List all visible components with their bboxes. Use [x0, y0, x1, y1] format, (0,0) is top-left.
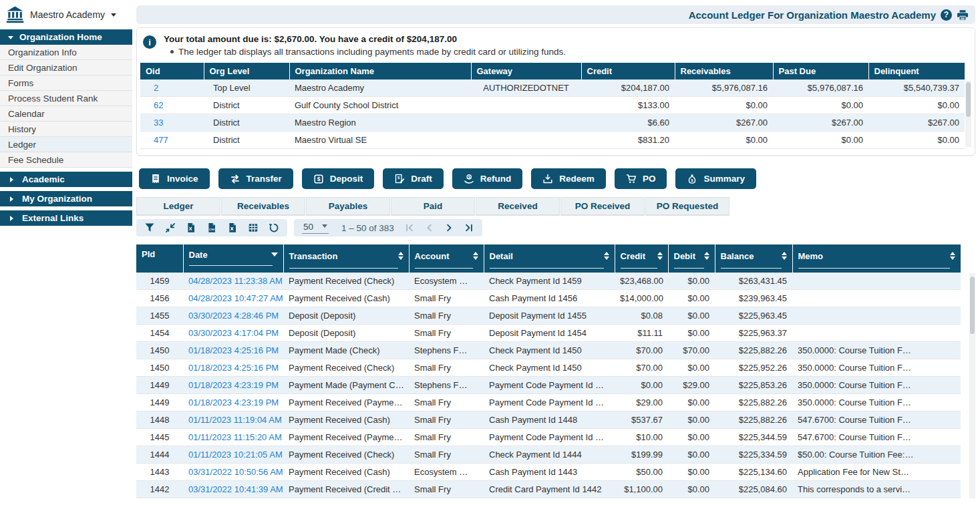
tab[interactable]: Payables [306, 197, 390, 216]
draft-button[interactable]: $ Draft [383, 168, 444, 189]
date-link[interactable]: 03/30/2023 4:28:46 PM [188, 311, 279, 321]
org-col-level[interactable]: Org Level [204, 63, 289, 79]
org-col-credit[interactable]: Credit [581, 63, 675, 79]
summary-button[interactable]: $ Summary [675, 168, 756, 189]
org-col-receivables[interactable]: Receivables [675, 63, 773, 79]
col-detail[interactable]: Detail [484, 244, 615, 273]
last-page-button[interactable] [464, 223, 474, 232]
date-link[interactable]: 01/18/2023 4:25:16 PM [188, 363, 279, 373]
ledger-row: 1445 01/11/2023 11:15:20 AM Payment Rece… [136, 429, 961, 446]
date-link[interactable]: 03/31/2022 10:50:56 AM [188, 467, 283, 477]
date-link[interactable]: 01/18/2023 4:23:19 PM [188, 397, 279, 407]
column-filter-input[interactable] [721, 267, 782, 269]
sidebar-item[interactable]: Fee Schedule [0, 152, 132, 168]
sidebar-item[interactable]: Edit Organization [0, 60, 132, 75]
sidebar-item[interactable]: Calendar [0, 106, 132, 122]
date-link[interactable]: 04/28/2023 10:47:27 AM [188, 293, 283, 303]
columns-icon[interactable] [248, 222, 259, 233]
date-link[interactable]: 01/11/2023 11:15:20 AM [188, 432, 282, 442]
caret-right-icon [10, 177, 16, 182]
export-file-icon[interactable] [227, 222, 238, 233]
column-filter-input[interactable] [415, 267, 473, 269]
refund-button[interactable]: $ Refund [452, 168, 523, 189]
help-icon[interactable]: ? [941, 9, 952, 21]
print-icon[interactable] [957, 9, 969, 21]
page-header: Account Ledger For Organization Maestro … [136, 5, 975, 24]
date-link[interactable]: 01/18/2023 4:23:19 PM [188, 380, 279, 390]
org-table-scrollbar[interactable] [965, 81, 971, 147]
col-memo[interactable]: Memo [792, 244, 961, 273]
col-credit[interactable]: Credit [615, 244, 668, 273]
collapse-icon[interactable] [165, 222, 176, 233]
column-filter-input[interactable] [490, 267, 604, 269]
export-excel-icon[interactable] [186, 222, 196, 233]
col-balance[interactable]: Balance [715, 244, 792, 273]
previous-page-button[interactable] [424, 223, 434, 232]
redeem-button[interactable]: Redeem [531, 168, 606, 189]
reset-icon[interactable] [269, 222, 279, 233]
balance-cell: $225,963.37 [715, 325, 792, 342]
date-cell: 01/18/2023 4:25:16 PM [183, 359, 283, 377]
tab[interactable]: Received [476, 197, 560, 216]
col-pid[interactable]: PId [136, 244, 183, 273]
org-oid-link[interactable]: 62 [154, 100, 163, 110]
ledger-tab-note: The ledger tab displays all transactions… [164, 47, 566, 57]
sidebar-section-my-organization[interactable]: My Organization [0, 191, 132, 206]
org-col-oid[interactable]: Oid [140, 63, 204, 79]
sidebar-section-organization-home[interactable]: Organization Home [0, 29, 132, 45]
org-switcher[interactable]: Maestro Academy [0, 0, 132, 29]
export-csv-icon[interactable]: CSV [206, 222, 217, 233]
column-filter-input[interactable] [621, 267, 657, 269]
sidebar-section-academic[interactable]: Academic [0, 172, 132, 187]
col-transaction[interactable]: Transaction [283, 244, 409, 273]
tab[interactable]: PO Received [560, 197, 645, 216]
detail-cell: Check Payment Id 1450 [484, 342, 615, 359]
sidebar-item[interactable]: Ledger [0, 137, 132, 152]
column-filter-input[interactable] [189, 265, 273, 266]
date-link[interactable]: 01/11/2023 11:19:04 AM [188, 415, 282, 425]
deposit-button[interactable]: $ Deposit [302, 168, 375, 189]
column-filter-input[interactable] [674, 267, 704, 269]
tab[interactable]: Receivables [221, 197, 305, 216]
tab[interactable]: Paid [391, 197, 475, 216]
org-col-gateway[interactable]: Gateway [471, 63, 581, 79]
scrollbar-thumb[interactable] [966, 82, 971, 117]
date-link[interactable]: 01/18/2023 4:25:16 PM [188, 345, 279, 355]
page-size-select[interactable]: 50 [302, 222, 329, 234]
ledger-table-scrollbar[interactable] [969, 273, 975, 498]
col-date[interactable]: Date [183, 244, 283, 273]
org-oid-link[interactable]: 477 [154, 135, 168, 145]
filter-icon[interactable] [144, 222, 155, 233]
next-page-button[interactable] [444, 223, 454, 232]
sort-icon [398, 249, 403, 263]
tab[interactable]: PO Requested [645, 197, 729, 216]
sidebar-item[interactable]: Forms [0, 75, 132, 91]
date-link[interactable]: 03/31/2022 10:41:39 AM [188, 484, 283, 494]
org-oid-link[interactable]: 33 [154, 118, 163, 128]
date-cell: 01/11/2023 10:21:05 AM [183, 446, 283, 464]
sidebar-item[interactable]: Process Student Rank [0, 91, 132, 106]
deposit-icon: $ [313, 174, 324, 184]
tab[interactable]: Ledger [136, 197, 220, 216]
org-oid-link[interactable]: 2 [154, 83, 158, 93]
date-link[interactable]: 03/30/2023 4:17:04 PM [188, 328, 279, 338]
org-col-pastdue[interactable]: Past Due [773, 63, 868, 79]
scrollbar-thumb[interactable] [970, 277, 975, 334]
sidebar-section-external-links[interactable]: External Links [0, 210, 132, 226]
org-col-name[interactable]: Organization Name [289, 63, 471, 79]
col-debit[interactable]: Debit [668, 244, 715, 273]
date-link[interactable]: 04/28/2023 11:23:38 AM [188, 276, 283, 286]
col-account[interactable]: Account [409, 244, 484, 273]
date-link[interactable]: 01/11/2023 10:21:05 AM [188, 450, 283, 460]
org-col-delinquent[interactable]: Delinquent [868, 63, 965, 79]
po-button[interactable]: PO [615, 168, 667, 189]
balance-cell: $239,963.45 [715, 290, 792, 307]
invoice-button[interactable]: Invoice [139, 168, 210, 189]
first-page-button[interactable] [404, 223, 414, 232]
sidebar-item[interactable]: History [0, 122, 132, 137]
column-filter-input[interactable] [798, 267, 951, 269]
transfer-button[interactable]: Transfer [218, 168, 293, 189]
org-pastdue-cell: $0.00 [773, 132, 868, 149]
column-filter-input[interactable] [289, 267, 398, 269]
sidebar-item[interactable]: Organization Info [0, 45, 132, 60]
